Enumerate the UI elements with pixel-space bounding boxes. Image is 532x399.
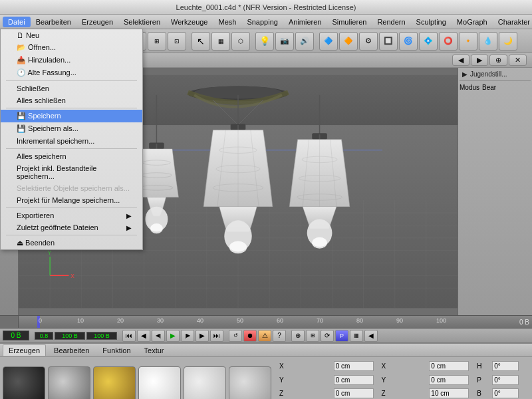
menu-item-projekt-speichern[interactable]: Projekt inkl. Bestandteile speichern... — [1, 162, 142, 182]
sep-3 — [6, 148, 137, 149]
menu-item-alles-speichern[interactable]: Alles speichern — [1, 150, 142, 162]
menu-item-beenden[interactable]: ⏏ Beenden — [1, 237, 142, 249]
menu-item-selektierte-speichern: Selektierte Objekte speichern als... — [1, 182, 142, 194]
menu-item-alte-fassung[interactable]: 🕐 Alte Fassung... — [1, 66, 142, 79]
sep-1 — [6, 80, 137, 81]
sep-4 — [6, 207, 137, 208]
sep-5 — [6, 235, 137, 235]
dropdown-overlay: 🗋 Neu 📂 Öffnen... 📥 Hinzuladen... 🕐 Alte… — [0, 0, 532, 399]
sep-2 — [6, 108, 137, 108]
menu-item-alles-schliessen[interactable]: Alles schließen — [1, 94, 142, 106]
menu-item-neu[interactable]: 🗋 Neu — [1, 29, 142, 41]
menu-item-exportieren[interactable]: Exportieren▶ — [1, 209, 142, 221]
menu-item-speichern[interactable]: 💾 Speichern — [1, 110, 142, 122]
file-menu-dropdown: 🗋 Neu 📂 Öffnen... 📥 Hinzuladen... 🕐 Alte… — [0, 29, 143, 250]
menu-item-hinzuladen[interactable]: 📥 Hinzuladen... — [1, 54, 142, 66]
menu-item-oeffnen[interactable]: 📂 Öffnen... — [1, 41, 142, 54]
menu-item-inkremental[interactable]: Inkremental speichern... — [1, 135, 142, 147]
menu-item-melange[interactable]: Projekt für Melange speichern... — [1, 194, 142, 206]
menu-item-schliessen[interactable]: Schließen — [1, 82, 142, 94]
menu-item-zuletzt[interactable]: Zuletzt geöffnete Dateien▶ — [1, 221, 142, 233]
menu-item-speichern-als[interactable]: 💾 Speichern als... — [1, 122, 142, 135]
